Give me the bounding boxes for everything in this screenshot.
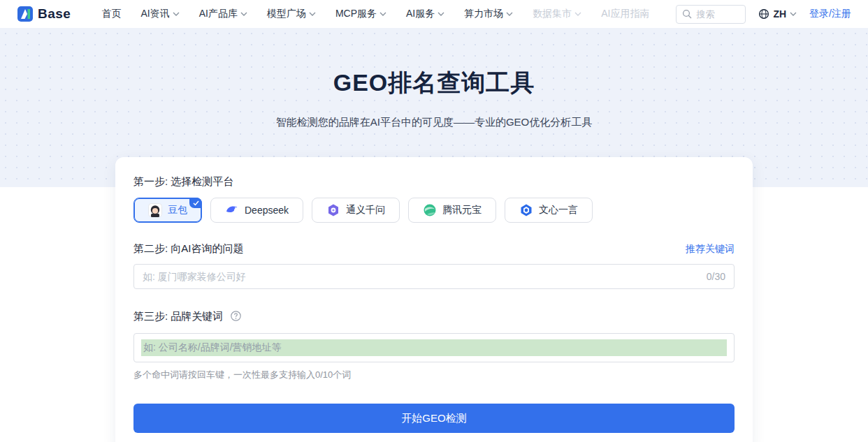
platform-label: Deepseek xyxy=(245,205,289,216)
nav-item-mcp-services[interactable]: MCP服务 xyxy=(335,8,386,20)
platform-deepseek-button[interactable]: Deepseek xyxy=(210,198,303,223)
nav-item-home[interactable]: 首页 xyxy=(101,8,121,20)
platform-yuanbao-button[interactable]: 腾讯元宝 xyxy=(408,198,496,223)
nav-item-data-market: 数据集市 xyxy=(533,8,581,20)
nav-item-model-plaza[interactable]: 模型广场 xyxy=(267,8,316,20)
brand-keywords-input[interactable]: 如: 公司名称/品牌词/营销地址等 xyxy=(133,333,735,362)
nav-item-ai-services[interactable]: AI服务 xyxy=(406,8,444,20)
platform-label: 通义千问 xyxy=(346,204,385,216)
brand-keywords-hint: 多个命中词请按回车键，一次性最多支持输入0/10个词 xyxy=(133,369,735,381)
header-right: ZH 登录/注册 xyxy=(676,5,851,24)
nav-item-ai-products[interactable]: AI产品库 xyxy=(199,8,247,20)
nav-item-ai-guide: AI应用指南 xyxy=(601,8,649,20)
login-register-link[interactable]: 登录/注册 xyxy=(809,8,851,20)
selected-check-badge xyxy=(189,198,202,208)
brand-keywords-placeholder: 如: 公司名称/品牌词/营销地址等 xyxy=(141,339,727,356)
top-nav-bar: Base 首页 AI资讯 AI产品库 模型广场 MCP服务 AI服务 算力市场 xyxy=(0,0,868,28)
start-geo-check-button[interactable]: 开始GEO检测 xyxy=(133,404,735,433)
platform-label: 豆包 xyxy=(168,204,187,216)
nav-item-ai-news[interactable]: AI资讯 xyxy=(140,8,179,20)
question-char-counter: 0/30 xyxy=(707,271,725,282)
chevron-down-icon xyxy=(309,12,316,16)
wenxin-yiyan-icon xyxy=(519,203,533,217)
logo[interactable]: Base xyxy=(17,5,71,23)
logo-text: Base xyxy=(38,6,71,22)
chevron-down-icon xyxy=(574,12,581,16)
chevron-down-icon xyxy=(379,12,386,16)
search-icon xyxy=(682,9,692,19)
help-icon[interactable] xyxy=(231,311,241,321)
deepseek-icon xyxy=(225,203,239,217)
tongyi-qianwen-icon xyxy=(326,203,340,217)
platform-doubao-button[interactable]: 豆包 xyxy=(133,198,202,223)
platform-wenxin-button[interactable]: 文心一言 xyxy=(505,198,593,223)
page-title: GEO排名查询工具 xyxy=(0,67,868,99)
aibase-logo-icon xyxy=(17,5,35,23)
step2-label: 第二步: 向AI咨询的问题 xyxy=(133,242,244,256)
page-subtitle: 智能检测您的品牌在AI平台中的可见度——专业的GEO优化分析工具 xyxy=(0,116,868,129)
search-box[interactable] xyxy=(676,5,746,24)
doubao-icon xyxy=(148,203,162,217)
chevron-down-icon xyxy=(437,12,444,16)
chevron-down-icon xyxy=(173,12,180,16)
globe-icon xyxy=(758,8,769,20)
question-input-wrapper: 0/30 xyxy=(133,264,735,289)
recommend-keywords-link[interactable]: 推荐关键词 xyxy=(686,243,735,256)
platform-tongyi-button[interactable]: 通义千问 xyxy=(312,198,400,223)
question-input[interactable] xyxy=(143,271,700,282)
check-icon xyxy=(193,200,199,206)
search-input[interactable] xyxy=(696,9,738,20)
language-code: ZH xyxy=(773,8,786,20)
step1-label: 第一步: 选择检测平台 xyxy=(133,175,735,189)
platform-label: 文心一言 xyxy=(539,204,578,216)
tencent-yuanbao-icon xyxy=(423,203,437,217)
main-nav: 首页 AI资讯 AI产品库 模型广场 MCP服务 AI服务 算力市场 数据集市 xyxy=(101,8,676,20)
nav-item-compute-market[interactable]: 算力市场 xyxy=(464,8,513,20)
platform-label: 腾讯元宝 xyxy=(442,204,482,216)
platform-list: 豆包 Deepseek 通义千问 xyxy=(133,198,735,223)
chevron-down-icon xyxy=(506,12,513,16)
language-selector[interactable]: ZH xyxy=(758,8,797,20)
chevron-down-icon xyxy=(240,12,247,16)
step3-label: 第三步: 品牌关键词 xyxy=(133,310,223,322)
chevron-down-icon xyxy=(790,12,797,16)
geo-check-card: 第一步: 选择检测平台 豆包 Deepseek xyxy=(115,157,753,442)
